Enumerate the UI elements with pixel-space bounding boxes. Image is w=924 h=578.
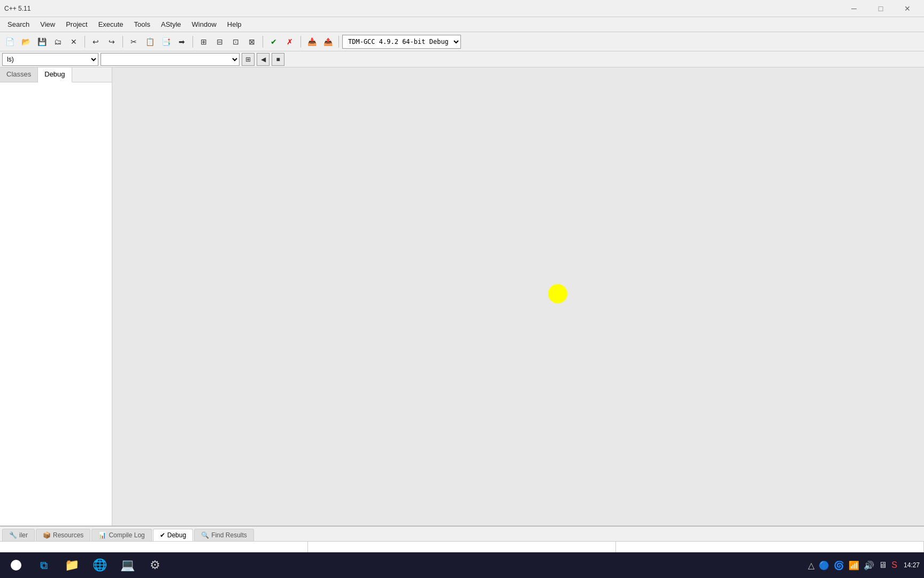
save-all-btn[interactable]: 🗂 bbox=[50, 34, 65, 49]
task-view-button[interactable]: ⧉ bbox=[32, 554, 56, 576]
debug-stop-btn[interactable]: 📤 bbox=[320, 34, 335, 49]
tab-compile-log[interactable]: 📊 Compile Log bbox=[91, 529, 151, 541]
task-view-icon: ⧉ bbox=[40, 559, 48, 572]
menu-execute[interactable]: Execute bbox=[93, 18, 129, 31]
debug-tab-label: Debug bbox=[167, 531, 186, 539]
internet-explorer-tray-icon[interactable]: 🌀 bbox=[834, 560, 844, 571]
bottom-col-2 bbox=[308, 542, 616, 552]
display-icon[interactable]: 🖥 bbox=[879, 560, 887, 570]
edge-icon: 🌐 bbox=[93, 558, 107, 572]
settings-button[interactable]: ⚙ bbox=[143, 554, 167, 576]
compilelog-tab-icon: 📊 bbox=[98, 531, 106, 539]
start-button[interactable] bbox=[4, 554, 28, 576]
unindent-btn[interactable]: ⊟ bbox=[212, 34, 227, 49]
findresults-tab-icon: 🔍 bbox=[201, 531, 209, 539]
close-button[interactable]: ✕ bbox=[895, 1, 920, 17]
resources-tab-label: Resources bbox=[53, 531, 83, 539]
tb2-btn3[interactable]: ■ bbox=[272, 53, 284, 66]
menu-search[interactable]: Search bbox=[2, 18, 35, 31]
app-title: C++ 5.11 bbox=[4, 5, 30, 12]
toolbar2-right-select[interactable] bbox=[101, 53, 240, 66]
dev-editor-icon: 💻 bbox=[120, 558, 135, 572]
goto-btn[interactable]: ➡ bbox=[174, 34, 189, 49]
toolbar2-left-select[interactable]: ls) bbox=[2, 53, 98, 66]
tab-debug-bottom[interactable]: ✔ Debug bbox=[153, 529, 193, 541]
cursor-dot bbox=[548, 284, 567, 303]
toolbar: 📄 📂 💾 🗂 ✕ ↩ ↪ ✂ 📋 📑 ➡ ⊞ ⊟ ⊡ ⊠ ✔ ✗ 📥 📤 TD… bbox=[0, 32, 924, 51]
debug-start-btn[interactable]: 📥 bbox=[304, 34, 319, 49]
network-tray-icon[interactable]: 🔵 bbox=[819, 560, 829, 571]
compiler-tab-label: iler bbox=[19, 531, 28, 539]
file-explorer-button[interactable]: 📁 bbox=[60, 554, 83, 576]
bottom-col-3 bbox=[616, 542, 924, 552]
tb2-btn2[interactable]: ◀ bbox=[257, 53, 270, 66]
toolbar-separator-5 bbox=[301, 36, 301, 48]
system-tray: △ 🔵 🌀 📶 🔊 🖥 S bbox=[808, 560, 897, 571]
volume-icon[interactable]: 🔊 bbox=[864, 560, 874, 571]
toolbar-separator-1 bbox=[84, 36, 85, 48]
compilelog-tab-label: Compile Log bbox=[109, 531, 144, 539]
tab-compiler[interactable]: 🔧 iler bbox=[2, 529, 35, 541]
network-icon[interactable]: 📶 bbox=[849, 560, 859, 571]
new-file-btn[interactable]: 📄 bbox=[2, 34, 17, 49]
redo-btn[interactable]: ↪ bbox=[104, 34, 119, 49]
minimize-button[interactable]: ─ bbox=[842, 1, 866, 17]
taskbar: ⧉ 📁 🌐 💻 ⚙ △ 🔵 🌀 📶 🔊 🖥 S 14:27 bbox=[0, 552, 924, 578]
fold-btn[interactable]: ⊠ bbox=[244, 34, 259, 49]
windows-icon bbox=[11, 560, 21, 571]
menu-window[interactable]: Window bbox=[187, 18, 222, 31]
taskbar-left: ⧉ 📁 🌐 💻 ⚙ bbox=[4, 554, 167, 576]
left-tabs: Classes Debug bbox=[0, 67, 112, 82]
edge-browser-button[interactable]: 🌐 bbox=[88, 554, 111, 576]
menu-view[interactable]: View bbox=[35, 18, 60, 31]
toolbar-separator-2 bbox=[122, 36, 123, 48]
stop-btn[interactable]: ✗ bbox=[282, 34, 297, 49]
content-area: Classes Debug bbox=[0, 67, 924, 526]
title-bar: C++ 5.11 ─ □ ✕ bbox=[0, 0, 924, 17]
compiler-tab-icon: 🔧 bbox=[9, 531, 17, 539]
tray-expand-icon[interactable]: △ bbox=[808, 560, 814, 571]
close-file-btn[interactable]: ✕ bbox=[66, 34, 81, 49]
bottom-col-1 bbox=[0, 542, 308, 552]
file-explorer-icon: 📁 bbox=[65, 558, 79, 572]
tab-debug[interactable]: Debug bbox=[38, 67, 72, 82]
editor-area[interactable] bbox=[112, 67, 924, 526]
menu-help[interactable]: Help bbox=[222, 18, 247, 31]
save-btn[interactable]: 💾 bbox=[34, 34, 49, 49]
antivirus-icon[interactable]: S bbox=[891, 560, 897, 570]
menu-bar: SearchViewProjectExecuteToolsAStyleWindo… bbox=[0, 17, 924, 32]
findresults-tab-label: Find Results bbox=[211, 531, 247, 539]
left-panel: Classes Debug bbox=[0, 67, 112, 526]
bottom-panel: 🔧 iler 📦 Resources 📊 Compile Log ✔ Debug… bbox=[0, 526, 924, 552]
undo-btn[interactable]: ↩ bbox=[88, 34, 103, 49]
menu-project[interactable]: Project bbox=[60, 18, 93, 31]
compiler-select[interactable]: TDM-GCC 4.9.2 64-bit Debug TDM-GCC 4.9.2… bbox=[342, 35, 461, 49]
clock[interactable]: 14:27 bbox=[904, 561, 920, 570]
dev-editor-button[interactable]: 💻 bbox=[116, 554, 139, 576]
tb2-btn1[interactable]: ⊞ bbox=[242, 53, 255, 66]
compile-run-btn[interactable]: ✔ bbox=[266, 34, 281, 49]
menu-astyle[interactable]: AStyle bbox=[156, 18, 187, 31]
bottom-content bbox=[0, 541, 924, 552]
menu-tools[interactable]: Tools bbox=[129, 18, 156, 31]
toolbar-separator-3 bbox=[192, 36, 193, 48]
toggle-comment-btn[interactable]: ⊡ bbox=[228, 34, 243, 49]
open-btn[interactable]: 📂 bbox=[18, 34, 33, 49]
indent-btn[interactable]: ⊞ bbox=[196, 34, 211, 49]
maximize-button[interactable]: □ bbox=[868, 1, 893, 17]
toolbar2: ls) ⊞ ◀ ■ bbox=[0, 51, 924, 67]
tab-find-results[interactable]: 🔍 Find Results bbox=[194, 529, 254, 541]
taskbar-right: △ 🔵 🌀 📶 🔊 🖥 S 14:27 bbox=[808, 560, 920, 571]
bookmarks-btn[interactable]: 📑 bbox=[158, 34, 173, 49]
window-controls: ─ □ ✕ bbox=[842, 1, 920, 17]
left-panel-content bbox=[0, 82, 112, 526]
tab-resources[interactable]: 📦 Resources bbox=[36, 529, 90, 541]
clock-time: 14:27 bbox=[904, 561, 920, 570]
debug-tab-icon: ✔ bbox=[160, 531, 165, 539]
copy-btn[interactable]: 📋 bbox=[142, 34, 157, 49]
cut-btn[interactable]: ✂ bbox=[126, 34, 141, 49]
resources-tab-icon: 📦 bbox=[43, 531, 51, 539]
settings-icon: ⚙ bbox=[150, 558, 160, 572]
main-area: Classes Debug 🔧 iler 📦 Resources 📊 Compi… bbox=[0, 67, 924, 552]
tab-classes[interactable]: Classes bbox=[0, 67, 38, 82]
